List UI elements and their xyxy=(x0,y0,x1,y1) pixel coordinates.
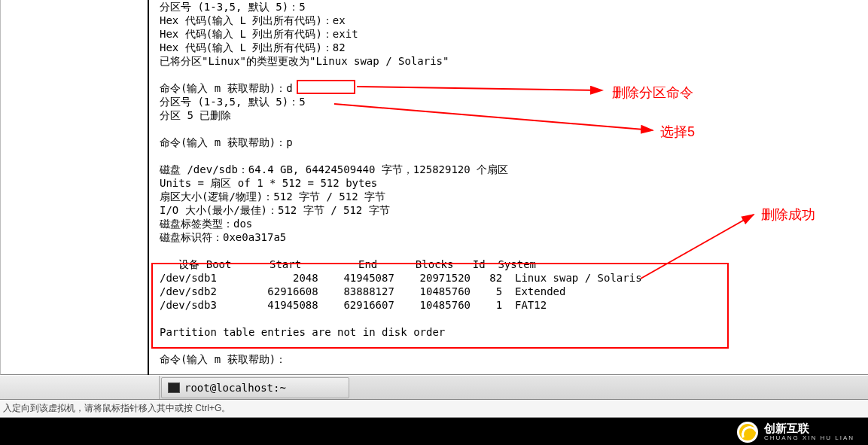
terminal-left-border xyxy=(148,0,149,375)
taskbar-item-terminal[interactable]: root@localhost:~ xyxy=(161,377,349,398)
annotation-box-table xyxy=(151,263,729,349)
terminal-window[interactable]: 分区号 (1-3,5, 默认 5)：5 Hex 代码(输入 L 列出所有代码)：… xyxy=(0,0,868,375)
vm-hint-text: 入定向到该虚拟机，请将鼠标指针移入其中或按 Ctrl+G。 xyxy=(3,402,230,415)
annotation-delete-success: 删除成功 xyxy=(761,206,815,224)
terminal-icon xyxy=(168,383,180,393)
taskbar-left-region xyxy=(0,376,160,399)
brand-sub: CHUANG XIN HU LIAN xyxy=(764,434,854,442)
brand-main: 创新互联 xyxy=(764,422,854,434)
taskbar: root@localhost:~ xyxy=(0,375,868,400)
taskbar-item-label: root@localhost:~ xyxy=(184,382,286,394)
annotation-delete-command: 删除分区命令 xyxy=(612,84,693,102)
annotation-box-command xyxy=(297,80,355,94)
brand-logo-icon xyxy=(737,422,758,443)
brand-logo: 创新互联 CHUANG XIN HU LIAN xyxy=(737,422,854,443)
annotation-select-5: 选择5 xyxy=(660,123,695,141)
vm-hint-bar: 入定向到该虚拟机，请将鼠标指针移入其中或按 Ctrl+G。 xyxy=(0,400,868,418)
